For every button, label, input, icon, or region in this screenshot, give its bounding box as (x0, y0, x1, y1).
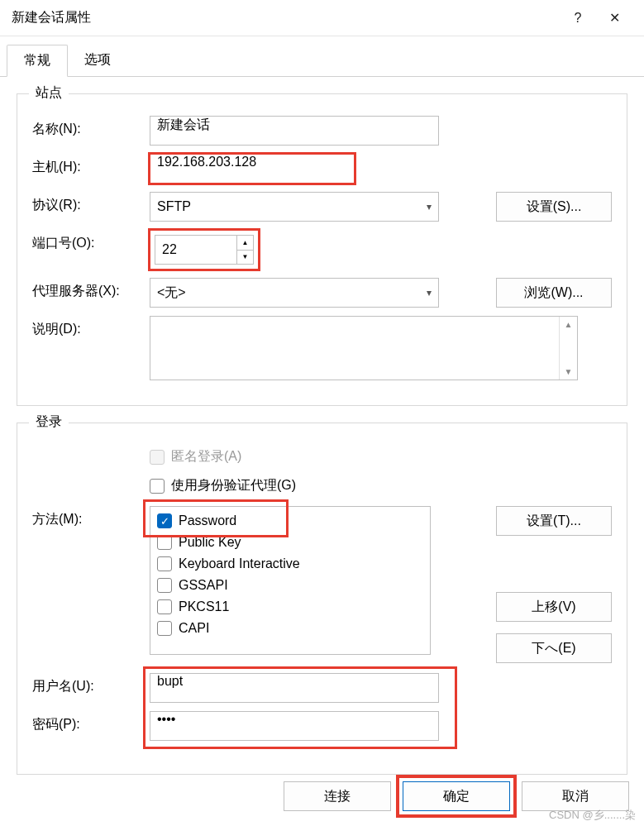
spinner-down-icon[interactable]: ▼ (237, 251, 253, 265)
chevron-down-icon: ▾ (427, 201, 432, 212)
desc-textarea[interactable]: ▲ ▼ (150, 316, 578, 380)
site-fieldset: 站点 名称(N): 新建会话 主机(H): 192.168.203.128 协议… (17, 93, 627, 406)
pass-label: 密码(P): (32, 711, 140, 733)
method-publickey[interactable]: Public Key (152, 533, 428, 551)
port-label: 端口号(O): (32, 230, 140, 252)
method-capi[interactable]: CAPI (152, 619, 428, 637)
cancel-button[interactable]: 取消 (522, 781, 629, 811)
method-pkcs11[interactable]: PKCS11 (152, 598, 428, 616)
login-fieldset: 登录 匿名登录(A) 使用身份验证代理(G) 方法(M): Password P… (17, 423, 627, 775)
scroll-up-icon[interactable]: ▲ (565, 320, 573, 329)
user-label: 用户名(U): (32, 673, 140, 695)
pass-input[interactable]: •••• (150, 711, 439, 741)
connect-button[interactable]: 连接 (284, 781, 391, 811)
chevron-down-icon: ▾ (427, 287, 432, 298)
protocol-label: 协议(R): (32, 192, 140, 214)
scroll-down-icon[interactable]: ▼ (565, 367, 573, 376)
site-legend: 站点 (29, 84, 69, 102)
method-capi-checkbox[interactable] (157, 621, 172, 636)
method-gssapi-checkbox[interactable] (157, 578, 172, 593)
proxy-select[interactable]: <无> ▾ (150, 278, 439, 308)
authagent-checkbox[interactable] (150, 479, 165, 494)
method-publickey-checkbox[interactable] (157, 535, 172, 550)
help-button[interactable]: ? (560, 11, 596, 26)
method-listbox[interactable]: Password Public Key Keyboard Interactive… (150, 506, 431, 655)
authagent-checkbox-row[interactable]: 使用身份验证代理(G) (150, 477, 296, 494)
movedown-button[interactable]: 下へ(E) (496, 633, 612, 663)
method-label: 方法(M): (32, 506, 140, 528)
method-gssapi[interactable]: GSSAPI (152, 576, 428, 594)
proxy-browse-button[interactable]: 浏览(W)... (496, 278, 612, 308)
method-password[interactable]: Password (152, 512, 428, 530)
anon-checkbox (150, 450, 165, 465)
tab-general[interactable]: 常规 (7, 45, 68, 77)
name-label: 名称(N): (32, 116, 140, 138)
method-keyboard-checkbox[interactable] (157, 556, 172, 571)
method-keyboard[interactable]: Keyboard Interactive (152, 555, 428, 573)
titlebar: 新建会话属性 ? ✕ (0, 0, 644, 36)
tab-options[interactable]: 选项 (68, 45, 127, 76)
moveup-button[interactable]: 上移(V) (496, 592, 612, 622)
protocol-select[interactable]: SFTP ▾ (150, 192, 439, 222)
port-spinner[interactable]: 22 ▲ ▼ (155, 235, 254, 265)
method-password-checkbox[interactable] (157, 513, 172, 528)
method-settings-button[interactable]: 设置(T)... (496, 506, 612, 536)
close-button[interactable]: ✕ (596, 10, 632, 26)
tab-bar: 常规 选项 (0, 36, 644, 77)
name-input[interactable]: 新建会话 (150, 116, 439, 146)
dialog-footer: 连接 确定 取消 (284, 781, 629, 811)
anon-checkbox-row: 匿名登录(A) (150, 448, 241, 466)
ok-button[interactable]: 确定 (403, 781, 510, 811)
scrollbar[interactable]: ▲ ▼ (559, 317, 577, 380)
method-pkcs11-checkbox[interactable] (157, 599, 172, 614)
window-title: 新建会话属性 (12, 9, 560, 26)
login-legend: 登录 (29, 413, 69, 431)
host-label: 主机(H): (32, 154, 140, 176)
protocol-settings-button[interactable]: 设置(S)... (496, 192, 612, 222)
proxy-label: 代理服务器(X): (32, 278, 140, 300)
desc-label: 说明(D): (32, 316, 140, 338)
spinner-up-icon[interactable]: ▲ (237, 236, 253, 251)
host-input[interactable]: 192.168.203.128 (150, 154, 355, 184)
user-input[interactable]: bupt (150, 673, 439, 703)
